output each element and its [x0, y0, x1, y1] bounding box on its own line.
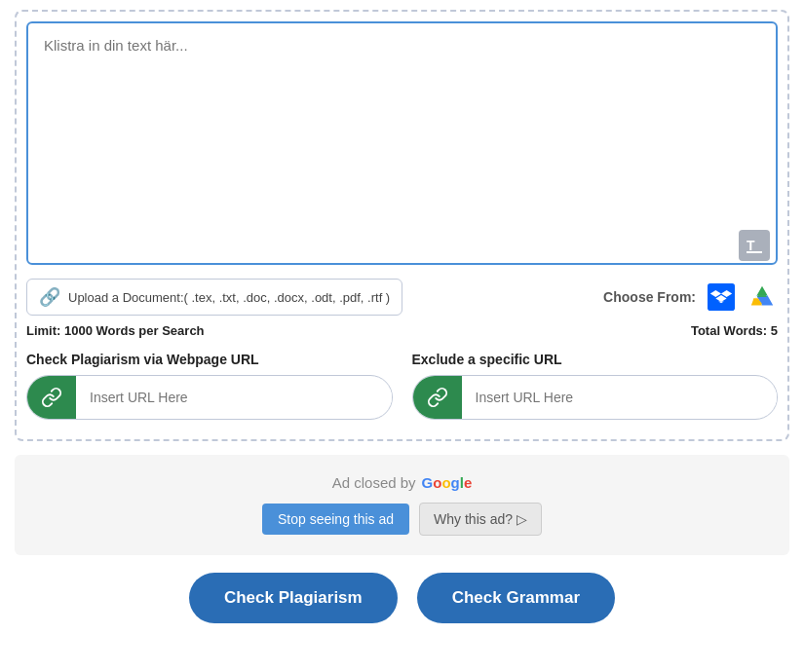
main-container: T 🔗 Upload a Document:( .tex, .txt, .doc…	[15, 10, 789, 441]
google-logo: Google	[422, 474, 473, 491]
text-format-icon[interactable]: T	[739, 230, 770, 261]
ad-closed-text: Ad closed by	[332, 474, 416, 491]
choose-from-section: Choose From:	[603, 281, 778, 313]
dropbox-button[interactable]	[706, 281, 737, 313]
word-limit-row: Limit: 1000 Words per Search Total Words…	[26, 323, 778, 338]
upload-document-button[interactable]: 🔗 Upload a Document:( .tex, .txt, .doc, …	[26, 279, 402, 316]
choose-from-label: Choose From:	[603, 289, 696, 305]
total-words-text: Total Words: 5	[691, 323, 778, 338]
limit-text: Limit: 1000 Words per Search	[26, 323, 205, 338]
dropbox-icon	[708, 283, 735, 311]
check-plagiarism-button[interactable]: Check Plagiarism	[189, 573, 398, 623]
why-this-ad-button[interactable]: Why this ad? ▷	[419, 503, 542, 536]
check-url-input[interactable]	[76, 390, 392, 405]
google-drive-button[interactable]	[747, 281, 778, 313]
exclude-url-label: Exclude a specific URL	[412, 352, 779, 367]
check-url-block: Check Plagiarism via Webpage URL	[26, 352, 393, 420]
check-url-label: Check Plagiarism via Webpage URL	[26, 352, 393, 367]
why-ad-label: Why this ad?	[434, 511, 513, 527]
exclude-url-block: Exclude a specific URL	[412, 352, 779, 420]
exclude-url-icon	[413, 376, 462, 419]
exclude-url-input[interactable]	[462, 390, 778, 405]
link-icon: 🔗	[39, 286, 60, 308]
exclude-url-input-wrapper	[412, 375, 779, 420]
svg-text:T: T	[747, 238, 755, 253]
url-section: Check Plagiarism via Webpage URL Exclude…	[26, 352, 778, 420]
play-icon: ▷	[517, 511, 527, 527]
ad-buttons-row: Stop seeing this ad Why this ad? ▷	[262, 503, 542, 536]
link-chain-icon-2	[427, 387, 448, 408]
google-drive-icon	[748, 283, 776, 311]
upload-row: 🔗 Upload a Document:( .tex, .txt, .doc, …	[26, 279, 778, 316]
text-input[interactable]	[26, 21, 778, 265]
ad-closed-row: Ad closed by Google	[332, 474, 473, 491]
check-url-icon	[27, 376, 76, 419]
link-chain-icon	[41, 387, 62, 408]
textarea-wrapper: T	[26, 21, 778, 269]
ad-section: Ad closed by Google Stop seeing this ad …	[15, 455, 789, 555]
check-grammar-button[interactable]: Check Grammar	[417, 573, 615, 623]
check-url-input-wrapper	[26, 375, 393, 420]
action-buttons: Check Plagiarism Check Grammar	[15, 573, 789, 623]
upload-label: Upload a Document:( .tex, .txt, .doc, .d…	[68, 290, 390, 305]
stop-seeing-ad-button[interactable]: Stop seeing this ad	[262, 504, 409, 535]
